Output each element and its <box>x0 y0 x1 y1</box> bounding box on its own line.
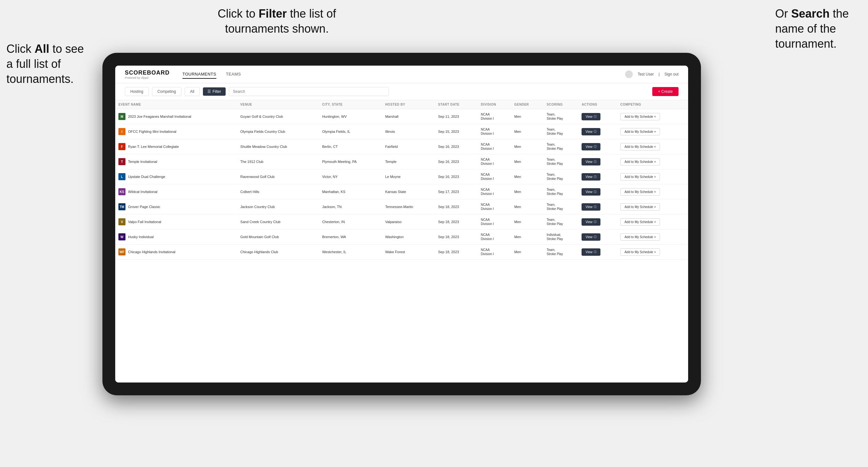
start-date: Sep 18, 2023 <box>435 229 478 245</box>
tournament-table-container: EVENT NAME VENUE CITY, STATE HOSTED BY S… <box>115 100 688 382</box>
view-button[interactable]: View ⓘ <box>582 188 600 195</box>
view-button[interactable]: View ⓘ <box>582 158 600 165</box>
col-division: DIVISION <box>477 100 511 109</box>
start-date: Sep 11, 2023 <box>435 109 478 124</box>
competing-cell: Add to My Schedule + <box>617 109 688 124</box>
gender: Men <box>511 109 544 124</box>
user-name: Test User <box>638 72 654 76</box>
gender: Men <box>511 139 544 154</box>
toolbar: Hosting Competing All ☰ Filter + Create <box>115 83 688 100</box>
competing-tab[interactable]: Competing <box>152 87 182 96</box>
hosted-by: Washington <box>382 229 435 245</box>
city-state: Chesterton, IN <box>319 214 382 229</box>
search-input[interactable] <box>229 87 389 96</box>
annotation-filter: Click to Filter the list oftournaments s… <box>218 6 336 36</box>
add-to-schedule-button[interactable]: Add to My Schedule + <box>620 218 660 226</box>
division: NCAADivision I <box>477 199 511 214</box>
event-name: Husky Individual <box>128 235 154 239</box>
nav-teams[interactable]: TEAMS <box>226 70 241 79</box>
view-button[interactable]: View ⓘ <box>582 203 600 211</box>
hosted-by: Fairfield <box>382 139 435 154</box>
create-button[interactable]: + Create <box>652 87 679 96</box>
gender: Men <box>511 245 544 259</box>
view-button[interactable]: View ⓘ <box>582 113 600 120</box>
city-state: Berlin, CT <box>319 139 382 154</box>
filter-button[interactable]: ☰ Filter <box>203 87 226 96</box>
add-to-schedule-button[interactable]: Add to My Schedule + <box>620 188 660 195</box>
division: NCAADivision I <box>477 139 511 154</box>
event-name: Chicago Highlands Invitational <box>128 250 176 254</box>
view-button[interactable]: View ⓘ <box>582 218 600 226</box>
hosted-by: Marshall <box>382 109 435 124</box>
col-event-name: EVENT NAME <box>115 100 237 109</box>
competing-cell: Add to My Schedule + <box>617 245 688 259</box>
all-tab[interactable]: All <box>185 87 200 96</box>
add-to-schedule-button[interactable]: Add to My Schedule + <box>620 203 660 211</box>
division: NCAADivision I <box>477 124 511 139</box>
col-venue: VENUE <box>237 100 319 109</box>
add-to-schedule-button[interactable]: Add to My Schedule + <box>620 128 660 135</box>
event-name: Valpo Fall Invitational <box>128 220 161 224</box>
event-name: OFCC Fighting Illini Invitational <box>128 130 176 133</box>
hosted-by: Wake Forest <box>382 245 435 259</box>
competing-cell: Add to My Schedule + <box>617 229 688 245</box>
gender: Men <box>511 124 544 139</box>
annotation-all: Click All to seea full list oftournament… <box>6 41 84 86</box>
event-name: 2023 Joe Feaganes Marshall Invitational <box>128 115 191 118</box>
team-logo: TM <box>118 203 125 210</box>
col-city-state: CITY, STATE <box>319 100 382 109</box>
event-name-cell: F Ryan T. Lee Memorial Collegiate <box>118 143 234 150</box>
team-logo: L <box>118 173 125 180</box>
start-date: Sep 18, 2023 <box>435 199 478 214</box>
hosted-by: Le Moyne <box>382 169 435 184</box>
tablet-frame: SCOREBOARD Powered by clippd TOURNAMENTS… <box>102 53 701 395</box>
view-button[interactable]: View ⓘ <box>582 173 600 181</box>
city-state: Victor, NY <box>319 169 382 184</box>
actions-cell: View ⓘ <box>578 229 617 245</box>
team-logo: M <box>118 113 125 120</box>
actions-cell: View ⓘ <box>578 124 617 139</box>
hosted-by: Kansas State <box>382 184 435 199</box>
venue: Gold Mountain Golf Club <box>237 229 319 245</box>
app-header: SCOREBOARD Powered by clippd TOURNAMENTS… <box>115 66 688 83</box>
table-row: V Valpo Fall Invitational Sand Creek Cou… <box>115 214 688 229</box>
scoring: Team,Stroke Play <box>544 214 578 229</box>
venue: Chicago Highlands Club <box>237 245 319 259</box>
event-name-cell: M 2023 Joe Feaganes Marshall Invitationa… <box>118 113 234 120</box>
add-to-schedule-button[interactable]: Add to My Schedule + <box>620 158 660 165</box>
event-name-cell: T Temple Invitational <box>118 158 234 165</box>
user-avatar <box>625 70 633 78</box>
competing-cell: Add to My Schedule + <box>617 184 688 199</box>
hosting-tab[interactable]: Hosting <box>125 87 149 96</box>
add-to-schedule-button[interactable]: Add to My Schedule + <box>620 234 660 241</box>
city-state: Manhattan, KS <box>319 184 382 199</box>
view-button[interactable]: View ⓘ <box>582 248 600 256</box>
add-to-schedule-button[interactable]: Add to My Schedule + <box>620 113 660 120</box>
actions-cell: View ⓘ <box>578 199 617 214</box>
col-hosted-by: HOSTED BY <box>382 100 435 109</box>
view-button[interactable]: View ⓘ <box>582 234 600 241</box>
gender: Men <box>511 229 544 245</box>
nav-tournaments[interactable]: TOURNAMENTS <box>182 70 216 79</box>
scoring: Team,Stroke Play <box>544 139 578 154</box>
start-date: Sep 18, 2023 <box>435 245 478 259</box>
sign-out-link[interactable]: Sign out <box>664 72 679 76</box>
add-to-schedule-button[interactable]: Add to My Schedule + <box>620 143 660 150</box>
view-button[interactable]: View ⓘ <box>582 128 600 135</box>
hosted-by: Illinois <box>382 124 435 139</box>
add-to-schedule-button[interactable]: Add to My Schedule + <box>620 248 660 256</box>
header-right: Test User | Sign out <box>625 70 679 78</box>
annotation-search: Or Search thename of thetournament. <box>775 6 849 51</box>
start-date: Sep 17, 2023 <box>435 184 478 199</box>
scoring: Individual,Stroke Play <box>544 229 578 245</box>
competing-cell: Add to My Schedule + <box>617 199 688 214</box>
division: NCAADivision I <box>477 109 511 124</box>
venue: Shuttle Meadow Country Club <box>237 139 319 154</box>
view-button[interactable]: View ⓘ <box>582 143 600 150</box>
competing-cell: Add to My Schedule + <box>617 124 688 139</box>
division: NCAADivision I <box>477 245 511 259</box>
event-name-cell: WF Chicago Highlands Invitational <box>118 248 234 255</box>
add-to-schedule-button[interactable]: Add to My Schedule + <box>620 173 660 181</box>
actions-cell: View ⓘ <box>578 214 617 229</box>
event-name: Wildcat Invitational <box>128 190 157 194</box>
